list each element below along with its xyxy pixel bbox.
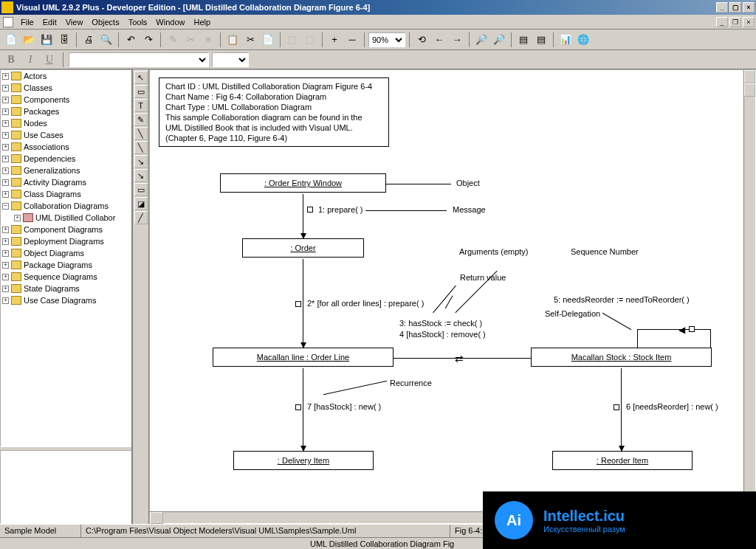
line2-tool[interactable]: ╲ — [134, 141, 148, 154]
globe-icon[interactable]: 🌐 — [575, 32, 591, 48]
object-order-line[interactable]: Macallan line : Order Line — [213, 348, 394, 367]
redo-icon[interactable]: ↷ — [140, 32, 157, 48]
tree-item[interactable]: +Object Diagrams — [1, 247, 131, 259]
tree-item[interactable]: +Class Diagrams — [1, 188, 131, 200]
tree-item[interactable]: +Generalizations — [1, 165, 131, 176]
menu-view[interactable]: View — [61, 16, 88, 28]
find-next-icon[interactable]: 🔎 — [491, 32, 507, 48]
tree-item[interactable]: +Package Diagrams — [1, 259, 131, 271]
rect2-tool[interactable]: ▭ — [134, 183, 148, 196]
preview-icon[interactable]: 🔍 — [98, 32, 114, 48]
nav-next-icon[interactable]: → — [449, 32, 465, 48]
tree-item[interactable]: +Nodes — [1, 117, 131, 129]
arrow2-tool[interactable]: ↘ — [134, 169, 148, 182]
undo-icon[interactable]: ↶ — [123, 32, 139, 48]
close-button[interactable]: × — [743, 2, 755, 13]
tree-item[interactable]: +State Diagrams — [1, 283, 131, 294]
underline-button[interactable]: U — [41, 52, 58, 68]
label-m5: 5: needsReorder := needToReorder( ) — [554, 295, 690, 304]
font-select[interactable] — [69, 52, 209, 67]
tool-c[interactable]: ≡ — [200, 32, 216, 48]
menu-edit[interactable]: Edit — [38, 16, 61, 28]
window-title: Visual UML 2.9.2 Plus - Developer Editio… — [16, 3, 716, 12]
italic-button[interactable]: I — [22, 52, 38, 68]
edit-tool[interactable]: ✎ — [134, 113, 148, 126]
connector — [365, 210, 447, 211]
bold-button[interactable]: B — [3, 52, 19, 68]
new-icon[interactable]: 📄 — [3, 32, 19, 48]
save-icon[interactable]: 💾 — [38, 32, 55, 48]
note-tool[interactable]: ◪ — [134, 197, 148, 210]
object-order-entry[interactable]: : Order Entry Window — [220, 173, 386, 193]
prop-icon[interactable]: ▤ — [515, 32, 532, 48]
arrow-left-icon: ◀ — [678, 325, 685, 335]
tree-panel: +Actors+Classes+Components+Packages+Node… — [0, 69, 133, 524]
open-icon[interactable]: 📂 — [21, 32, 37, 48]
print-icon[interactable]: 🖨 — [80, 32, 97, 48]
connector — [303, 259, 303, 348]
menu-help[interactable]: Help — [189, 16, 215, 28]
label-selfdel: Self-Delegation — [545, 309, 600, 318]
object-order[interactable]: : Order — [242, 238, 364, 258]
label-recur: Recurrence — [390, 379, 432, 387]
tree-item[interactable]: −Collaboration Diagrams — [1, 200, 131, 212]
db-icon[interactable]: 🗄 — [56, 32, 72, 48]
minimize-button[interactable]: _ — [716, 2, 728, 13]
arrow1-tool[interactable]: ↘ — [134, 155, 148, 168]
mdi-close-button[interactable]: × — [743, 17, 755, 27]
tool-d[interactable]: ⬚ — [284, 32, 300, 48]
watermark: Ai Intellect.icu Искусственный разум — [483, 491, 756, 549]
pointer-tool[interactable]: ↖ — [134, 71, 148, 84]
label-m2: 2* [for all order lines] : prepare( ) — [307, 299, 424, 308]
paste-icon[interactable]: 📄 — [260, 32, 276, 48]
tree-item[interactable]: +Packages — [1, 106, 131, 117]
tree-item[interactable]: +Associations — [1, 141, 131, 153]
maximize-button[interactable]: ▢ — [729, 2, 741, 13]
crosshair-icon[interactable]: + — [326, 32, 343, 48]
message-marker — [295, 404, 301, 410]
tool-e[interactable]: ⬚ — [302, 32, 318, 48]
tree-item[interactable]: +Use Case Diagrams — [1, 294, 131, 306]
copy-icon[interactable]: 📋 — [224, 32, 241, 48]
line-icon[interactable]: ─ — [344, 32, 360, 48]
tree-item[interactable]: +Deployment Diagrams — [1, 235, 131, 247]
text-tool[interactable]: T — [134, 99, 148, 112]
mdi-minimize-button[interactable]: _ — [716, 17, 728, 27]
object-delivery-item[interactable]: : Delivery Item — [233, 451, 374, 470]
cut-icon[interactable]: ✂ — [242, 32, 258, 48]
menu-tools[interactable]: Tools — [124, 16, 152, 28]
zoom-select[interactable]: 90% — [368, 32, 405, 47]
tool-a[interactable]: ✎ — [165, 32, 181, 48]
tool-b[interactable]: ✂ — [182, 32, 199, 48]
tree-item[interactable]: +Use Cases — [1, 129, 131, 141]
menu-file[interactable]: File — [16, 16, 38, 28]
tree-item[interactable]: +Activity Diagrams — [1, 176, 131, 188]
vertical-scrollbar[interactable] — [743, 70, 755, 511]
find-icon[interactable]: 🔎 — [473, 32, 489, 48]
tree-item[interactable]: +Dependencies — [1, 153, 131, 165]
tree-item[interactable]: +Sequence Diagrams — [1, 271, 131, 283]
object-stock-item[interactable]: Macallan Stock : Stock Item — [531, 348, 712, 367]
object-reorder-item[interactable]: : Reorder Item — [552, 451, 693, 470]
dash-tool[interactable]: ╱ — [134, 211, 148, 224]
nav-prev-icon[interactable]: ← — [431, 32, 447, 48]
tree-item[interactable]: +Components — [1, 94, 131, 106]
rect-tool[interactable]: ▭ — [134, 85, 148, 98]
toolbox: ↖ ▭ T ✎ ╲ ╲ ↘ ↘ ▭ ◪ ╱ — [133, 69, 149, 524]
model-tree[interactable]: +Actors+Classes+Components+Packages+Node… — [0, 69, 131, 447]
tree-item-child[interactable]: +UML Distilled Collabor — [1, 212, 131, 224]
label-retval: Return value — [460, 273, 506, 282]
nav-a[interactable]: ⟲ — [413, 32, 430, 48]
menu-window[interactable]: Window — [151, 16, 189, 28]
mdi-restore-button[interactable]: ❐ — [729, 17, 741, 27]
menu-objects[interactable]: Objects — [87, 16, 123, 28]
label-m7: 7 [hasStock] : new( ) — [307, 402, 381, 411]
tree-item[interactable]: +Actors — [1, 70, 131, 82]
size-select[interactable] — [212, 52, 249, 67]
diagram-canvas[interactable]: Chart ID : UML Distilled Collaboration D… — [150, 70, 743, 511]
chart-icon[interactable]: 📊 — [557, 32, 574, 48]
tree-item[interactable]: +Classes — [1, 82, 131, 94]
line1-tool[interactable]: ╲ — [134, 127, 148, 140]
tree-item[interactable]: +Component Diagrams — [1, 224, 131, 235]
prop2-icon[interactable]: ▤ — [533, 32, 549, 48]
